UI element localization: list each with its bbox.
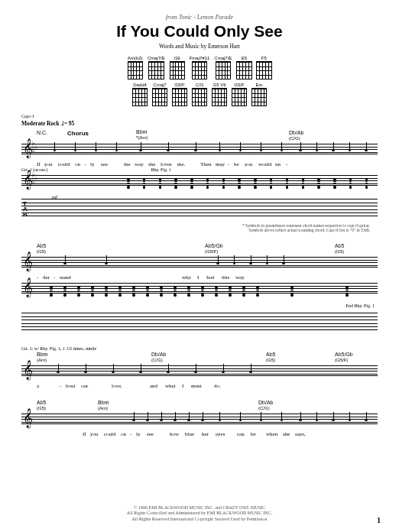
music-system-1: N.C. Chorus Bbm *(Am) Db/Ab (C/G) 𝄞 ♭♭♭♭ xyxy=(21,130,378,232)
header-block: from Tonic - Lemon Parade If You Could O… xyxy=(21,14,378,50)
rhy-instruction: Gtr. 1: w/ Rhy. Fig. 1, 1 1/2 times, sim… xyxy=(21,346,378,351)
from-line: from Tonic - Lemon Parade xyxy=(21,14,378,21)
treble-clef-icon: 𝄞 xyxy=(23,253,33,270)
chord-diagram: Am(b2) xyxy=(128,56,143,79)
key-signature: ♭♭♭♭ xyxy=(32,142,38,153)
chord-diagram: Fmaj7#11 xyxy=(190,56,210,79)
copyright-block: © 1996 EMI BLACKWOOD MUSIC INC. and CRAZ… xyxy=(0,505,399,523)
chord-diagram-block: Am(b2) Cmaj7/E G6 Fmaj7#11 Cmaj7/E E5 F5… xyxy=(21,56,378,106)
chord-labels: Ab5 (G5) Bbm (Am) Db/Ab (C/G) xyxy=(21,400,378,410)
chord-diagram: C/G xyxy=(192,83,207,106)
chord-diagram: E5 xyxy=(236,56,251,79)
vocal-staff: 𝄞 xyxy=(21,255,378,273)
capo-info: Capo I xyxy=(21,114,378,118)
page-number: 1 xyxy=(377,516,381,524)
music-system-4: Ab5 (G5) Bbm (Am) Db/Ab (C/G) 𝄞 xyxy=(21,400,378,437)
chord-row-2: Dadd4 Cmaj7 G5/F C/G G5 VII G5/F Em xyxy=(132,83,267,106)
chord-diagram: F5 xyxy=(256,56,271,79)
lyrics-line: If you could on - ly see the way she lov… xyxy=(21,161,378,167)
chord-row-1: Am(b2) Cmaj7/E G6 Fmaj7#11 Cmaj7/E E5 F5 xyxy=(128,56,272,79)
credits: Words and Music by Emerson Hart xyxy=(21,43,378,50)
tab-staff: TAB xyxy=(21,199,378,222)
tab-staff xyxy=(21,313,378,336)
tab-label: TAB xyxy=(23,201,28,218)
lyrics-line: a - bout our love, and what I must do. xyxy=(21,383,378,389)
music-system-2: Ab5 (G5) Ab5/Gb (G5/F) Ab5 (G5) 𝄞 xyxy=(21,243,378,336)
chord-labels: Ab5 (G5) Ab5/Gb (G5/F) Ab5 (G5) xyxy=(21,243,378,254)
guitar-staff: 𝄞 ♭♭♭♭ xyxy=(21,173,378,194)
treble-clef-icon: 𝄞 xyxy=(23,279,33,296)
chord-diagram: Cmaj7 xyxy=(152,83,167,106)
guitar-part-label: Gtr. 1 (acous.) Rhy. Fig. 1 xyxy=(21,167,378,172)
music-system-3: Gtr. 1: w/ Rhy. Fig. 1, 1 1/2 times, sim… xyxy=(21,346,378,389)
vocal-staff: 𝄞 xyxy=(21,411,378,430)
end-rhy-label: End Rhy. Fig. 1 xyxy=(21,303,375,308)
lyrics-line: If you could on - ly see how blue her ey… xyxy=(21,431,378,437)
chord-diagram: G6 xyxy=(170,56,185,79)
treble-clef-icon: 𝄞 xyxy=(23,410,33,427)
treble-clef-icon: 𝄞 xyxy=(23,362,33,378)
chord-diagram: Dadd4 xyxy=(132,83,148,106)
chord-labels: Bbm (Am) Db/Ab (C/G) Ab5 (G5) Ab5/Gb (G5… xyxy=(21,352,378,362)
chord-diagram: G5/F xyxy=(172,83,187,106)
footnote: * Symbols in parentheses represent chord… xyxy=(21,223,378,232)
lyrics-line: - der - stand why I feel this way xyxy=(21,274,378,281)
chord-diagram: Em xyxy=(251,83,267,106)
vocal-staff: 𝄞 ♭♭♭♭ xyxy=(21,141,378,160)
tempo-marking: Moderate Rock ♩= 95 xyxy=(21,120,378,127)
chord-diagram: Cmaj7/E xyxy=(148,56,165,79)
song-title: If You Could Only See xyxy=(21,22,378,41)
chord-diagram: G5 VII xyxy=(212,83,227,106)
sheet-music-page: from Tonic - Lemon Parade If You Could O… xyxy=(0,0,399,448)
vocal-staff: 𝄞 xyxy=(21,363,378,381)
chord-labels: N.C. Chorus Bbm *(Am) Db/Ab (C/G) xyxy=(21,130,378,141)
key-signature: ♭♭♭♭ xyxy=(32,174,38,184)
chord-diagram: G5/F xyxy=(232,83,247,106)
chord-diagram: Cmaj7/E xyxy=(214,56,232,79)
guitar-staff: 𝄞 xyxy=(21,281,378,302)
